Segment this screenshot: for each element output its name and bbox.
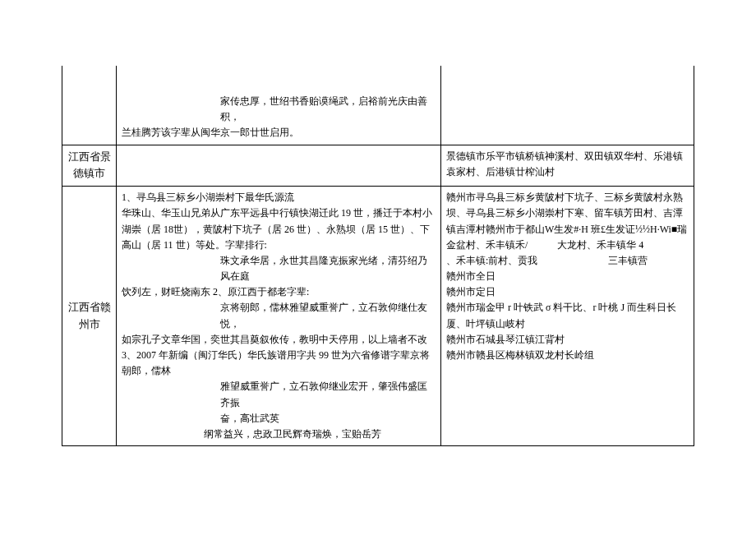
location-text-left: 、禾丰镇: [446, 253, 488, 269]
lineage-para: 1、寻乌县三标乡小湖崇村下最华氏源流 [122, 190, 436, 205]
location-para: 赣州市石城县琴江镇江背村 [446, 332, 689, 348]
genealogy-table: 家传忠厚，世绍书香贻谟绳武，启裕前光庆由善积， 兰桂腾芳该字辈从闽华京一郎廿世启… [62, 66, 694, 446]
lineage-cell: 家传忠厚，世绍书香贻谟绳武，启裕前光庆由善积， 兰桂腾芳该字辈从闽华京一郎廿世启… [117, 66, 441, 145]
location-para: 赣州市全日 [446, 269, 689, 284]
verse-line: 京将朝郎，儒林雅望威重誉广，立石敦仰继仕友悦， [122, 300, 436, 331]
location-para: 赣州市瑞金甲 r 叶铁武 σ 料干比、r 叶桃 J 而生科日长厦、叶坪镇山岐村 [446, 300, 689, 331]
lineage-para: 华珠山、华玉山兄弟从广东平远县中行镇快湖迁此 19 世，播迁于本村小湖崇（居 1… [122, 205, 436, 253]
verse-line: 奋，高壮武英 [122, 411, 436, 427]
province-cell [62, 66, 117, 145]
verse-line: 纲常益兴，忠政卫民辉奇瑞焕，宝贻岳芳 [122, 427, 436, 442]
verse-line: 雅望威重誉广，立石敦仰继业宏开，肇强伟盛匡齐振 [122, 379, 436, 410]
verse-line: 家传忠厚，世绍书香贻谟绳武，启裕前光庆由善积， [122, 94, 436, 125]
lineage-para: 饮列左，财旺烧南东 2、原江西于都老字辈: [122, 284, 436, 300]
verse-line: 珠文承华居，永世其昌隆克振家光绪，清芬绍乃风在庭 [122, 253, 436, 284]
location-cell [441, 66, 694, 145]
lineage-cell: 1、寻乌县三标乡小湖崇村下最华氏源流 华珠山、华玉山兄弟从广东平远县中行镇快湖迁… [117, 187, 441, 446]
table-row: 江西省景德镇市 景德镇市乐平市镇桥镇神溪村、双田镇双华村、乐港镇袁家村、后港镇廿… [62, 145, 694, 187]
province-cell: 江西省赣州市 [62, 187, 117, 446]
location-cell: 赣州市寻乌县三标乡黄陂村下坑子、三标乡黄陂村永熟坝、寻乌县三标乡小湖崇村下寒、留… [441, 187, 694, 446]
lineage-para: 3、2007 年新编（闽汀华氏）华氏族谱用字共 99 世为六省修谱字辈京将朝郎，… [122, 348, 436, 379]
location-cell: 景德镇市乐平市镇桥镇神溪村、双田镇双华村、乐港镇袁家村、后港镇廿榨汕村 [441, 145, 694, 187]
location-para: 赣州市定日 [446, 284, 689, 300]
table-row: 江西省赣州市 1、寻乌县三标乡小湖崇村下最华氏源流 华珠山、华玉山兄弟从广东平远… [62, 187, 694, 446]
lineage-para: 如宗孔子文章华国，奕世其昌奠叙攸传，教明中天停用，以上墙者不改 [122, 332, 436, 348]
province-cell: 江西省景德镇市 [62, 145, 117, 187]
lineage-cell [117, 145, 441, 187]
location-para: 赣州市赣县区梅林镇双龙村长岭组 [446, 348, 689, 363]
location-para: 赣州市寻乌县三标乡黄陂村下坑子、三标乡黄陂村永熟坝、寻乌县三标乡小湖崇村下寒、留… [446, 190, 689, 253]
table-row: 家传忠厚，世绍书香贻谟绳武，启裕前光庆由善积， 兰桂腾芳该字辈从闽华京一郎廿世启… [62, 66, 694, 145]
verse-line: 兰桂腾芳该字辈从闽华京一郎廿世启用。 [122, 125, 436, 141]
spacer [122, 69, 436, 94]
location-text-right: 三丰镇营 [608, 253, 689, 269]
